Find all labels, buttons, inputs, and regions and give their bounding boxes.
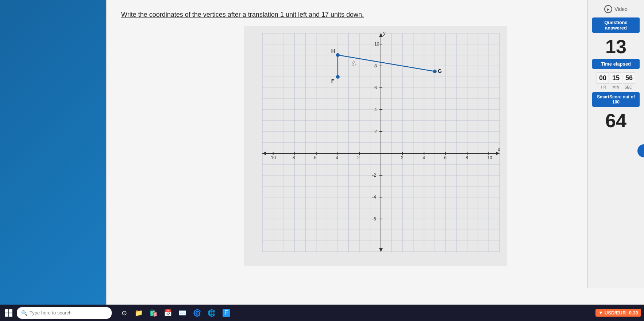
min-label: MIN [610,85,622,89]
currency-arrow-icon: ▼ [598,310,603,316]
time-min-box: 15 [610,73,622,84]
taskbar-right: ▼ USD/EUR -0.39 [595,309,641,317]
right-sidebar: ▶ Video Questions answered 13 Time elaps… [587,0,644,288]
video-label: Video [614,6,628,12]
currency-value: -0.39 [627,310,638,316]
calendar-button[interactable]: 📅 [161,306,174,320]
question-text: Write the coordinates of the vertices af… [121,11,629,19]
search-globe-button[interactable]: 🌐 [205,306,218,320]
time-labels: HR MIN SEC [598,85,634,89]
questions-answered-box: Questions answered [592,17,640,33]
main-content-area: Write the coordinates of the vertices af… [106,0,644,305]
taskbar-icons: ⊙ 📁 🛍️ 📅 ✉️ 🌀 🌐 F [117,306,233,320]
task-view-button[interactable]: ⊙ [117,306,131,320]
currency-label: USD/EUR [605,310,626,316]
sec-label: SEC [622,85,634,89]
task-view-icon: ⊙ [122,309,127,317]
app-icon-f[interactable]: F [220,306,233,320]
currency-badge[interactable]: ▼ USD/EUR -0.39 [595,309,641,317]
smartscore-box: SmartScore out of 100 [592,92,640,107]
edge-button[interactable]: 🌀 [190,306,204,320]
file-explorer-icon: 📁 [135,309,143,317]
video-icon: ▶ [604,5,612,13]
time-sec-box: 56 [623,73,635,84]
store-button[interactable]: 🛍️ [147,306,160,320]
time-elapsed-label: Time elapsed [601,61,631,67]
search-input[interactable] [30,310,107,316]
smartscore-label: SmartScore out of 100 [597,94,635,105]
video-button[interactable]: ▶ Video [601,4,630,15]
taskbar-search-box[interactable]: 🔍 [17,307,112,319]
questions-count: 13 [605,36,626,58]
start-button[interactable] [3,307,15,319]
globe-icon: 🌐 [208,309,216,317]
question-area: Write the coordinates of the vertices af… [107,0,644,22]
edge-icon: 🌀 [193,309,201,317]
time-display: 00 15 56 [597,73,635,84]
taskbar: 🔍 ⊙ 📁 🛍️ 📅 ✉️ 🌀 🌐 F ▼ USD/EUR [0,305,644,321]
store-icon: 🛍️ [149,309,157,317]
hr-label: HR [598,85,609,89]
graph-container [244,26,507,266]
windows-icon [5,309,12,317]
coordinate-graph[interactable] [244,26,507,266]
blue-circle-handle[interactable] [637,144,644,157]
search-icon: 🔍 [21,310,27,316]
f-icon: F [223,309,230,317]
smartscore-value: 64 [605,110,626,132]
calendar-icon: 📅 [164,309,172,317]
time-elapsed-box: Time elapsed [592,59,640,69]
mail-icon: ✉️ [178,309,186,317]
file-explorer-button[interactable]: 📁 [132,306,145,320]
questions-answered-label: Questions answered [604,20,628,31]
time-hr-box: 00 [597,73,609,84]
mail-button[interactable]: ✉️ [176,306,189,320]
